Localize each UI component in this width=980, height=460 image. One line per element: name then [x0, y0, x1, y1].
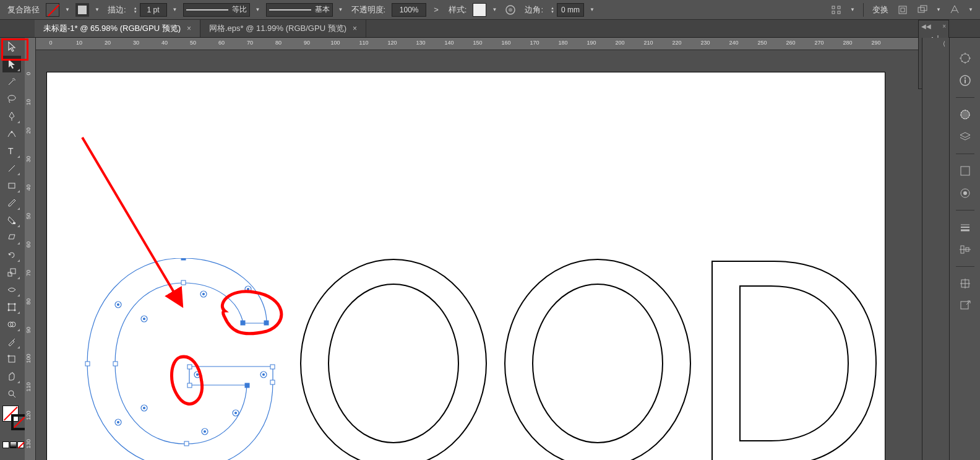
artboard-tool[interactable]	[2, 350, 21, 367]
edit-clip-icon[interactable]	[914, 2, 931, 18]
width-tool[interactable]	[2, 281, 21, 298]
svg-rect-4	[838, 6, 840, 9]
svg-point-11	[11, 131, 13, 132]
letter-o-2[interactable]	[505, 259, 690, 460]
zoom-tool[interactable]	[2, 385, 21, 402]
fill-dropdown[interactable]: ▼	[63, 3, 72, 17]
style-label: 样式:	[446, 4, 470, 15]
stroke-panel-icon[interactable]	[957, 219, 973, 235]
corner-value[interactable]: 0 mm	[557, 3, 584, 17]
scale-tool[interactable]	[2, 264, 21, 280]
expand-panels-icon[interactable]: ⟨	[943, 40, 945, 47]
letter-o-1[interactable]	[301, 259, 486, 460]
tab-grid-eps[interactable]: 网格.eps* @ 11.99% (RGB/GPU 预览) ×	[200, 20, 366, 37]
shaper-tool[interactable]	[2, 212, 21, 228]
artwork-good[interactable]	[81, 258, 879, 460]
align-icon[interactable]	[957, 241, 973, 258]
edit-contents-icon[interactable]	[947, 2, 963, 18]
close-icon[interactable]: ×	[187, 24, 191, 33]
svg-point-78	[964, 77, 965, 79]
lasso-tool[interactable]	[2, 90, 21, 107]
pen-tool[interactable]	[2, 108, 21, 124]
fill-swatch[interactable]	[46, 3, 59, 17]
svg-point-21	[8, 309, 10, 311]
separator	[956, 266, 974, 267]
svg-rect-38	[184, 441, 189, 446]
free-transform-tool[interactable]	[2, 298, 21, 315]
stroke-dropdown[interactable]: ▼	[93, 3, 101, 17]
profile-dropdown[interactable]: ▼	[254, 3, 262, 17]
svg-point-58	[235, 412, 237, 414]
info-icon[interactable]	[957, 72, 973, 89]
stroke-weight-dropdown[interactable]: ▼	[171, 3, 179, 17]
letter-g-selected[interactable]	[85, 258, 275, 460]
hand-tool[interactable]	[2, 368, 21, 384]
stroke-weight-stepper[interactable]: ▲▼ 1 pt	[132, 3, 167, 17]
document-tab-bar: 未标题-1* @ 65.98% (RGB/GPU 预览) × 网格.eps* @…	[0, 20, 980, 38]
svg-rect-82	[961, 167, 969, 175]
svg-point-1	[509, 8, 512, 12]
magic-wand-tool[interactable]	[2, 73, 21, 90]
svg-point-62	[197, 374, 199, 376]
svg-rect-17	[11, 269, 15, 274]
rectangle-tool[interactable]	[2, 177, 21, 194]
svg-rect-39	[113, 362, 118, 366]
corner-dropdown[interactable]: ▼	[588, 3, 596, 17]
color-icon[interactable]	[957, 106, 973, 123]
variable-width-profile[interactable]: 等比	[183, 3, 250, 17]
brush-dropdown[interactable]: ▼	[337, 3, 345, 17]
svg-rect-5	[838, 11, 840, 14]
paintbrush-tool[interactable]	[2, 194, 21, 211]
svg-point-22	[14, 309, 16, 311]
style-swatch[interactable]	[473, 3, 486, 17]
svg-point-66	[533, 284, 663, 443]
corner-label: 边角:	[522, 4, 546, 15]
corner-stepper[interactable]: ▲▼ 0 mm	[549, 3, 584, 17]
control-bar: 复合路径 ▼ ▼ 描边: ▲▼ 1 pt ▼ 等比 ▼ 基本 ▼ 不透明度: 1…	[0, 0, 980, 20]
svg-rect-33	[270, 380, 275, 384]
svg-rect-16	[8, 272, 12, 276]
collapse-icon[interactable]: ◀◀	[921, 23, 931, 30]
close-icon[interactable]: ×	[353, 24, 357, 33]
tab-untitled-1[interactable]: 未标题-1* @ 65.98% (RGB/GPU 预览) ×	[35, 20, 200, 37]
svg-rect-37	[245, 383, 249, 388]
stroke-swatch[interactable]	[75, 3, 89, 17]
type-tool[interactable]: T	[2, 142, 21, 159]
eyedropper-tool[interactable]	[2, 333, 21, 350]
layers-icon[interactable]	[957, 129, 973, 145]
appearance-icon[interactable]	[957, 185, 973, 201]
isolate-icon[interactable]	[895, 2, 911, 18]
opacity-more[interactable]: >	[430, 5, 442, 14]
curvature-tool[interactable]	[2, 125, 21, 142]
transform-panel-icon[interactable]	[957, 276, 973, 292]
svg-rect-18	[9, 304, 15, 310]
close-icon[interactable]: ×	[942, 23, 946, 30]
style-dropdown[interactable]: ▼	[490, 3, 499, 17]
svg-rect-35	[187, 365, 192, 369]
separator	[956, 210, 974, 210]
align-to-icon[interactable]	[828, 2, 845, 18]
separator	[863, 3, 864, 17]
export-icon[interactable]	[957, 298, 973, 314]
wheel-icon[interactable]	[957, 50, 973, 66]
artboard[interactable]	[47, 72, 885, 460]
rotate-tool[interactable]	[2, 246, 21, 263]
right-dock	[949, 38, 980, 460]
svg-rect-7	[901, 8, 905, 12]
canvas-area[interactable]: 0 10 20 30 40 50 60 70 80 90 100 110 120…	[36, 38, 922, 460]
shape-builder-tool[interactable]	[2, 316, 21, 332]
opacity-input[interactable]: 100%	[392, 3, 426, 17]
letter-d[interactable]	[712, 261, 876, 460]
stroke-weight-value[interactable]: 1 pt	[140, 3, 167, 17]
svg-rect-30	[181, 258, 186, 260]
eraser-tool[interactable]	[2, 229, 21, 246]
tab-title: 网格.eps* @ 11.99% (RGB/GPU 预览)	[209, 23, 346, 34]
align-dropdown[interactable]: ▼	[848, 3, 857, 17]
recolor-artwork-icon[interactable]	[502, 2, 518, 18]
svg-rect-25	[9, 356, 15, 362]
svg-rect-14	[9, 183, 15, 188]
brush-definition[interactable]: 基本	[266, 3, 333, 17]
swatches-icon[interactable]	[957, 163, 973, 179]
line-tool[interactable]	[2, 160, 21, 176]
svg-line-29	[13, 395, 15, 397]
